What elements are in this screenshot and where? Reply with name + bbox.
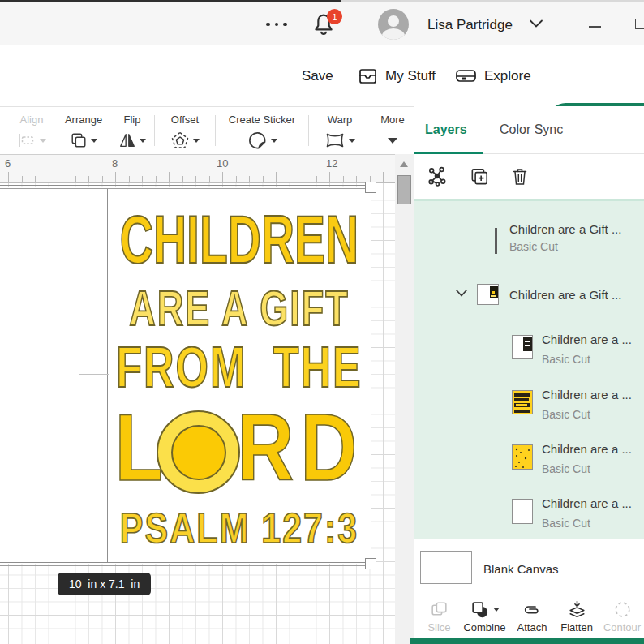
account-menu-button[interactable] [529,19,543,28]
layer-row-line[interactable]: Children are a Gift ... Basic Cut [414,222,644,260]
cricut-design-space-window: 1 Lisa Partridge Save My Stuff [0,0,644,644]
design-text-line5: PSALM 127:3 [108,508,371,550]
layer-row-group[interactable]: Children are a Gift ... [414,286,644,323]
more-button[interactable]: More [371,107,414,154]
ruler-label: 10 [217,157,228,170]
panel-bottom-toolbar: Slice Combine Attach [414,595,644,638]
explore-button[interactable]: Explore [455,45,531,106]
save-button[interactable]: Save [302,45,333,106]
warp-caret-icon [349,139,355,143]
layer-title: Children are a ... [542,496,632,510]
tab-layers[interactable]: Layers [425,122,467,137]
chevron-down-icon [529,19,543,28]
titlebar: 1 Lisa Partridge [0,2,644,45]
flip-button[interactable]: Flip [110,107,154,154]
align-caret-icon [40,139,46,143]
notification-badge: 1 [327,9,342,24]
tab-color-sync[interactable]: Color Sync [500,122,563,137]
combine-caret-icon [493,608,500,612]
layer-thumbnail [512,499,533,524]
layer-row[interactable]: Children are a ... Basic Cut [414,496,644,534]
selection-top-edge[interactable] [0,185,372,189]
group-icon[interactable] [427,165,449,187]
slice-button: Slice [419,595,459,638]
scrollbar-up-arrow-icon[interactable] [400,161,408,167]
design-text-line1: CHILDREN [108,206,371,273]
scrollbar-thumb[interactable] [397,175,411,204]
sticker-icon [247,131,268,151]
window-minimize-button[interactable] [589,26,601,28]
slice-icon [429,599,449,620]
blank-canvas-thumbnail [420,551,472,584]
duplicate-icon[interactable] [469,166,490,187]
layer-row[interactable]: Children are a ... Basic Cut [414,333,644,370]
layer-title: Children are a ... [542,388,632,401]
notifications-button[interactable]: 1 [311,11,346,43]
trash-icon[interactable] [510,166,530,187]
layer-subtitle: Basic Cut [509,240,558,253]
blank-canvas-row[interactable]: Blank Canvas [414,539,644,595]
group-thumbnail [477,284,499,305]
offset-button[interactable]: Offset [155,107,215,154]
layer-subtitle: Basic Cut [542,353,590,366]
layer-thumbnail-art [513,445,533,470]
design-artwork[interactable]: CHILDREN ARE A GIFT FROM THE LORD PSALM … [107,188,371,562]
attach-icon [522,599,543,620]
center-guide-line [79,374,109,375]
flatten-icon [567,599,587,620]
panel-bottom-green-bar [410,638,644,644]
layer-subtitle: Basic Cut [542,462,590,475]
arrange-button[interactable]: Arrange [57,107,110,154]
selection-handle-top-right[interactable] [365,182,376,193]
inbox-icon [358,67,378,85]
ruler-label: 8 [112,157,118,170]
canvas-scrollbar[interactable] [395,154,414,644]
contour-button: Contour [599,595,644,638]
attach-button[interactable]: Attach [510,595,554,638]
layers-list: Children are a Gift ... Basic Cut Childr… [414,199,644,539]
layer-thumbnail [512,390,533,414]
layer-subtitle: Basic Cut [542,408,590,421]
layer-thumbnail-art [513,391,533,414]
layers-panel: Layers Color Sync [414,106,644,644]
selection-resize-handle-bottom-right[interactable] [365,558,376,569]
user-name: Lisa Partridge [427,17,513,33]
selection-bottom-edge[interactable] [0,562,372,566]
create-sticker-caret-icon [271,139,277,143]
lord-o-circle [157,410,240,494]
more-caret-icon [388,138,397,144]
chevron-down-icon[interactable] [455,289,468,298]
flatten-button[interactable]: Flatten [554,595,599,638]
layer-actions [414,154,644,199]
layer-thumbnail [512,444,533,470]
layer-title: Children are a Gift ... [509,288,621,302]
combine-button[interactable]: Combine [459,595,510,638]
arrange-caret-icon [91,139,97,143]
combine-icon [470,599,490,620]
size-tooltip: 10 in x 7.1 in [58,573,151,595]
save-label: Save [302,68,333,84]
window-restore-button[interactable] [635,19,644,29]
design-canvas[interactable]: CHILDREN ARE A GIFT FROM THE LORD PSALM … [0,183,395,644]
layer-row[interactable]: Children are a ... Basic Cut [414,442,644,479]
selection-right-edge[interactable] [371,186,371,565]
arrange-icon [70,131,88,149]
layer-title: Children are a ... [542,442,632,456]
offset-caret-icon [193,139,200,143]
layer-subtitle: Basic Cut [542,517,590,530]
layer-thumbnail-art [513,336,533,359]
design-text-line2: ARE A GIFT [108,284,371,333]
layer-row[interactable]: Children are a ... Basic Cut [414,388,644,425]
warp-icon [324,131,346,149]
overflow-menu-icon[interactable] [266,20,290,28]
horizontal-ruler: 6 8 10 12 [0,154,395,183]
flip-caret-icon [140,139,146,143]
warp-button[interactable]: Warp [309,107,371,154]
group-thumbnail-art [478,285,499,305]
avatar[interactable] [378,9,409,40]
create-sticker-button[interactable]: Create Sticker [216,107,308,154]
my-stuff-button[interactable]: My Stuff [358,45,436,106]
panel-tabs: Layers Color Sync [414,106,644,154]
cutting-machine-icon [455,67,477,85]
contour-icon [612,599,633,620]
